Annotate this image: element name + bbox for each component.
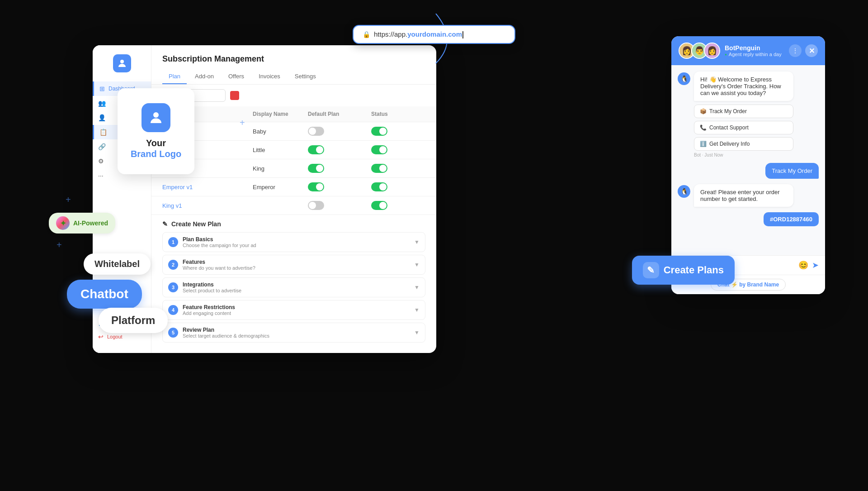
toggle-default-kingv2[interactable]: [308, 164, 324, 173]
send-icon[interactable]: ➤: [812, 260, 819, 270]
url-text: https://app.yourdomain.com: [374, 30, 463, 38]
plan-display-baby: Baby: [253, 128, 308, 135]
brand-title-line2: Brand Logo: [131, 149, 181, 159]
col3-header: Default Plan: [308, 111, 371, 117]
tab-invoices[interactable]: Invoices: [252, 69, 287, 84]
chat-bot-name: BotPenguin: [725, 44, 784, 52]
user-icon: 👤: [98, 114, 106, 121]
toggle-default-kingv1[interactable]: [308, 201, 324, 210]
toggle-default-little[interactable]: [308, 145, 324, 154]
url-bar[interactable]: 🔒 https://app.yourdomain.com: [353, 25, 515, 44]
toggle-status-little[interactable]: [371, 145, 387, 154]
chat-avatars: 👩 👨 👩: [679, 43, 720, 59]
integrations-icon: 🔗: [98, 143, 106, 150]
whitelabel-badge[interactable]: Whitelabel: [84, 253, 151, 275]
tab-plan[interactable]: Plan: [162, 69, 187, 84]
plan-name-kingv1[interactable]: King v1: [162, 202, 253, 209]
chat-close-button[interactable]: ✕: [805, 44, 818, 57]
support-label: Contact Support: [709, 124, 749, 131]
plan-display-kingv2: King: [253, 165, 308, 172]
bot-message-content-1: Hi! 👋 Welcome to Express Delivery's Orde…: [694, 72, 793, 157]
avatar-3-img: 👩: [705, 43, 719, 58]
svg-point-0: [120, 60, 124, 63]
plans-icon: 📋: [99, 129, 107, 136]
ai-badge-label: AI-Powered: [73, 219, 108, 227]
url-bar-container: 🔒 https://app.yourdomain.com: [353, 25, 515, 44]
page-title: Subscription Management: [162, 54, 425, 64]
create-plan-section: ✎ Create New Plan 1 Plan Basics Choose t…: [151, 215, 436, 351]
step-sub-5: Select target audience & demographics: [183, 333, 410, 338]
default-plan-kingv1: [308, 201, 371, 210]
step-1[interactable]: 1 Plan Basics Choose the campaign for yo…: [162, 232, 425, 252]
delete-button[interactable]: [230, 91, 239, 100]
plan-display-little: Little: [253, 147, 308, 153]
step-2[interactable]: 2 Features Where do you want to advertis…: [162, 255, 425, 275]
quick-replies: 📦 Track My Order 📞 Contact Support ℹ️ Ge…: [694, 105, 793, 151]
svg-point-1: [153, 112, 159, 118]
platform-badge[interactable]: Platform: [99, 308, 168, 333]
url-cursor: [462, 31, 463, 38]
quick-reply-delivery[interactable]: ℹ️ Get Delivery Info: [694, 137, 793, 151]
toggle-default-emperorv1[interactable]: [308, 182, 324, 191]
chat-options-button[interactable]: ⋮: [789, 44, 802, 57]
toggle-status-kingv2[interactable]: [371, 164, 387, 173]
step-sub-3: Select product to advertise: [183, 288, 410, 293]
step-5[interactable]: 5 Review Plan Select target audience & d…: [162, 323, 425, 343]
tab-addon[interactable]: Add-on: [189, 69, 220, 84]
toggle-status-emperorv1[interactable]: [371, 182, 387, 191]
table-row: King v1: [151, 196, 436, 215]
sidebar-logo: [113, 54, 131, 72]
table-row: Emperor v1 Emperor: [151, 178, 436, 196]
col4-header: Status: [371, 111, 425, 117]
chatbot-label-text: Chatbot: [80, 287, 128, 301]
status-baby: [371, 127, 425, 136]
toggle-default-baby[interactable]: [308, 127, 324, 136]
quick-reply-support[interactable]: 📞 Contact Support: [694, 121, 793, 134]
step-sub-1: Choose the campaign for your ad: [183, 243, 410, 248]
tab-offers[interactable]: Offers: [222, 69, 250, 84]
create-plans-badge[interactable]: ✎ Create Plans: [632, 256, 735, 285]
step-3[interactable]: 3 Integrations Select product to adverti…: [162, 277, 425, 297]
step-sub-4: Add engaging content: [183, 310, 410, 316]
welcome-message: Hi! 👋 Welcome to Express Delivery's Orde…: [700, 76, 781, 96]
brand-logo-icon: [142, 103, 170, 132]
content-area: Subscription Management Plan Add-on Offe…: [151, 45, 436, 353]
user-message-row-2: #ORD12887460: [678, 212, 819, 226]
default-plan-emperorv1: [308, 182, 371, 191]
toggle-status-kingv1[interactable]: [371, 201, 387, 210]
status-kingv1: [371, 201, 425, 210]
create-plan-header[interactable]: ✎ Create New Plan: [162, 220, 425, 228]
step-chevron-2: ▼: [414, 262, 420, 268]
default-plan-kingv2: [308, 164, 371, 173]
step-sub-2: Where do you want to advertise?: [183, 265, 410, 271]
tabs-container: Plan Add-on Offers Invoices Settings: [162, 69, 425, 84]
chatbot-badge[interactable]: Chatbot: [67, 280, 142, 309]
plan-name-emperorv1[interactable]: Emperor v1: [162, 184, 253, 191]
step-4[interactable]: 4 Feature Restrictions Add engaging cont…: [162, 300, 425, 320]
user-message-row-1: Track My Order: [678, 163, 819, 179]
plan-display-emperorv1: Emperor: [253, 184, 308, 191]
tab-settings[interactable]: Settings: [288, 69, 322, 84]
user-bubble-order: #ORD12887460: [764, 212, 819, 226]
step-title-2: Features: [183, 259, 410, 265]
lock-icon: 🔒: [363, 31, 370, 38]
dashboard-icon: ⊞: [99, 85, 105, 92]
chat-body: 🐧 Hi! 👋 Welcome to Express Delivery's Or…: [671, 65, 825, 255]
default-plan-baby: [308, 127, 371, 136]
bot-bubble-1: Hi! 👋 Welcome to Express Delivery's Orde…: [694, 72, 793, 101]
settings-icon: ⚙: [98, 157, 104, 165]
ai-powered-badge[interactable]: ✦ AI-Powered: [49, 213, 115, 234]
bot-avatar-small-2: 🐧: [678, 185, 690, 198]
bot-timestamp-1: Bot · Just Now: [694, 153, 793, 157]
footer-brand-name: Brand Name: [747, 281, 779, 288]
create-plans-label: Create Plans: [664, 264, 724, 276]
toggle-status-baby[interactable]: [371, 127, 387, 136]
footer-by-label: by: [739, 281, 745, 288]
delivery-label: Get Delivery Info: [709, 141, 750, 147]
users-icon: 👥: [98, 100, 106, 107]
emoji-icon[interactable]: 😊: [798, 260, 808, 270]
quick-reply-track[interactable]: 📦 Track My Order: [694, 105, 793, 118]
step-content-3: Integrations Select product to advertise: [183, 281, 410, 293]
step-chevron-4: ▼: [414, 307, 420, 313]
whitelabel-label-text: Whitelabel: [94, 259, 140, 269]
